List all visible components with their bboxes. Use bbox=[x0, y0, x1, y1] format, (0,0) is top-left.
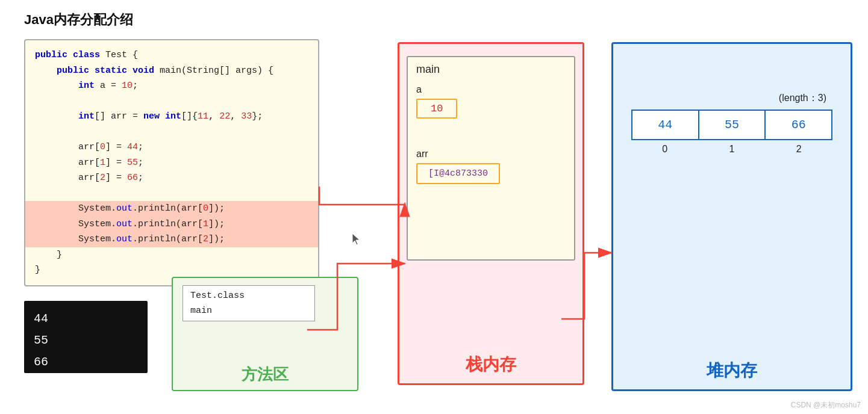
code-line-6 bbox=[35, 125, 308, 140]
watermark: CSDN @未初moshu7 bbox=[791, 400, 861, 410]
code-line-2: public static void main(String[] args) { bbox=[35, 63, 308, 79]
heap-area: (length：3) 44 55 66 0 1 2 堆内存 bbox=[611, 42, 852, 391]
console-line-1: 44 bbox=[34, 308, 138, 330]
code-line-13: System.out.println(arr[2]); bbox=[25, 232, 318, 247]
array-cells: 44 55 66 bbox=[631, 110, 832, 140]
heap-area-label: 堆内存 bbox=[613, 359, 851, 382]
mouse-cursor bbox=[352, 233, 360, 244]
array-indices: 0 1 2 bbox=[631, 144, 832, 155]
code-panel: public class Test { public static void m… bbox=[24, 39, 319, 286]
array-cell-1: 55 bbox=[699, 111, 766, 139]
code-line-15: } bbox=[35, 262, 308, 278]
page-title: Java内存分配介绍 bbox=[24, 11, 133, 29]
code-line-14: } bbox=[35, 247, 308, 263]
code-line-3: int a = 10; bbox=[35, 78, 308, 94]
code-line-10 bbox=[35, 186, 308, 202]
var-a-label: a bbox=[416, 84, 566, 95]
code-line-5: int[] arr = new int[]{11, 22, 33}; bbox=[35, 109, 308, 125]
code-line-1: public class Test { bbox=[35, 48, 308, 63]
code-line-9: arr[2] = 66; bbox=[35, 170, 308, 186]
main-method-label: main bbox=[190, 306, 307, 316]
arrow-code-to-stack bbox=[319, 187, 405, 205]
array-index-2: 2 bbox=[766, 144, 832, 155]
code-line-7: arr[0] = 44; bbox=[35, 140, 308, 155]
var-a-box: 10 bbox=[416, 99, 457, 119]
array-length-label: (length：3) bbox=[631, 92, 832, 105]
code-line-12: System.out.println(arr[1]); bbox=[25, 217, 318, 232]
code-line-8: arr[1] = 55; bbox=[35, 155, 308, 171]
array-cell-0: 44 bbox=[632, 111, 699, 139]
console-output: 44 55 66 bbox=[24, 301, 148, 373]
array-index-1: 1 bbox=[698, 144, 765, 155]
console-line-2: 55 bbox=[34, 330, 138, 351]
frame-title: main bbox=[416, 63, 566, 76]
var-arr-label: arr bbox=[416, 149, 566, 159]
code-line-11: System.out.println(arr[0]); bbox=[25, 201, 318, 217]
code-line-4 bbox=[35, 94, 308, 110]
var-arr-ref-box: [I@4c873330 bbox=[416, 163, 500, 184]
svg-marker-1 bbox=[352, 233, 360, 245]
stack-frame: main a 10 arr [I@4c873330 bbox=[407, 56, 575, 261]
method-area: Test.class main 方法区 bbox=[172, 277, 358, 391]
class-name-label: Test.class bbox=[190, 291, 307, 301]
stack-area-label: 栈内存 bbox=[399, 353, 582, 376]
console-line-3: 66 bbox=[34, 351, 138, 373]
stack-area: main a 10 arr [I@4c873330 栈内存 bbox=[398, 42, 584, 385]
array-cell-2: 66 bbox=[766, 111, 831, 139]
method-area-label: 方法区 bbox=[173, 364, 357, 385]
method-area-inner: Test.class main bbox=[183, 285, 315, 321]
array-container: (length：3) 44 55 66 0 1 2 bbox=[631, 92, 832, 155]
array-index-0: 0 bbox=[631, 144, 698, 155]
